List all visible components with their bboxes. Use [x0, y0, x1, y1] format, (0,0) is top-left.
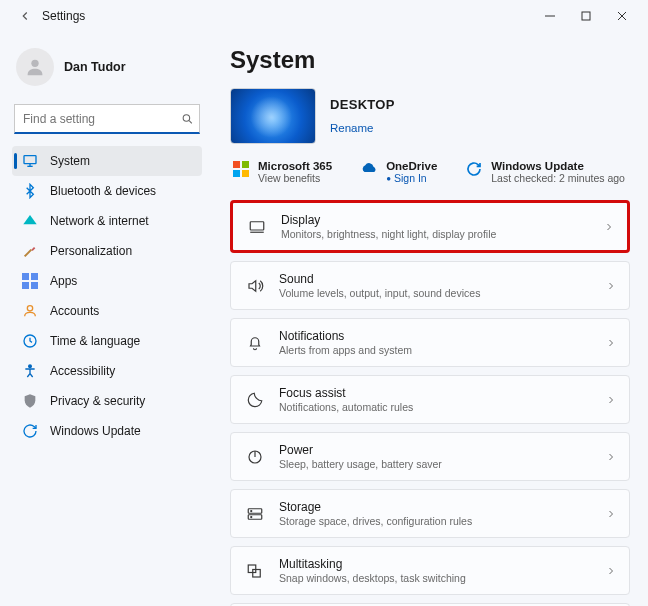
row-subtitle: Storage space, drives, configuration rul… [279, 515, 591, 527]
svg-rect-20 [233, 170, 240, 177]
settings-row-storage[interactable]: StorageStorage space, drives, configurat… [230, 489, 630, 538]
storage-icon [245, 504, 265, 524]
multitasking-icon [245, 561, 265, 581]
profile-name: Dan Tudor [64, 60, 126, 74]
update-icon [22, 423, 38, 439]
sidebar-item-update[interactable]: Windows Update [12, 416, 202, 446]
row-subtitle: Monitors, brightness, night light, displ… [281, 228, 589, 240]
titlebar: Settings [0, 0, 648, 32]
row-subtitle: Notifications, automatic rules [279, 401, 591, 413]
sidebar-item-personalization[interactable]: Personalization [12, 236, 202, 266]
sidebar-item-label: Windows Update [50, 424, 141, 438]
settings-row-sound[interactable]: SoundVolume levels, output, input, sound… [230, 261, 630, 310]
row-title: Notifications [279, 329, 591, 343]
cloud-windows-update[interactable]: Windows Update Last checked: 2 minutes a… [465, 160, 625, 184]
sidebar-item-system[interactable]: System [12, 146, 202, 176]
search-input[interactable] [14, 104, 200, 134]
page-title: System [230, 46, 630, 74]
svg-rect-1 [582, 12, 590, 20]
wifi-icon [22, 213, 38, 229]
close-button[interactable] [604, 2, 640, 30]
sidebar-item-wifi[interactable]: Network & internet [12, 206, 202, 236]
cloud-m365[interactable]: Microsoft 365 View benefits [232, 160, 332, 184]
privacy-icon [22, 393, 38, 409]
settings-row-notifications[interactable]: NotificationsAlerts from apps and system [230, 318, 630, 367]
row-subtitle: Sleep, battery usage, battery saver [279, 458, 591, 470]
sidebar-item-label: Bluetooth & devices [50, 184, 156, 198]
apps-icon [22, 273, 38, 289]
svg-rect-12 [31, 273, 38, 280]
svg-rect-30 [248, 565, 256, 573]
power-icon [245, 447, 265, 467]
settings-row-display[interactable]: DisplayMonitors, brightness, night light… [230, 200, 630, 253]
settings-rows: DisplayMonitors, brightness, night light… [230, 200, 630, 606]
sidebar-item-label: Accessibility [50, 364, 115, 378]
minimize-icon [545, 11, 555, 21]
chevron-right-icon [605, 451, 617, 463]
row-title: Focus assist [279, 386, 591, 400]
rename-link[interactable]: Rename [330, 122, 373, 134]
svg-rect-14 [31, 282, 38, 289]
arrow-left-icon [18, 9, 32, 23]
search-icon [181, 113, 194, 126]
row-title: Storage [279, 500, 591, 514]
bullet-icon: ● [386, 174, 391, 183]
svg-point-29 [251, 516, 252, 517]
row-subtitle: Alerts from apps and system [279, 344, 591, 356]
microsoft-icon [232, 160, 250, 178]
settings-row-multitasking[interactable]: MultitaskingSnap windows, desktops, task… [230, 546, 630, 595]
row-title: Display [281, 213, 589, 227]
accessibility-icon [22, 363, 38, 379]
display-icon [247, 217, 267, 237]
sidebar-item-label: Network & internet [50, 214, 149, 228]
sidebar-item-label: System [50, 154, 90, 168]
wallpaper-thumbnail[interactable] [230, 88, 316, 144]
pc-name: DESKTOP [330, 97, 395, 112]
settings-row-power[interactable]: PowerSleep, battery usage, battery saver [230, 432, 630, 481]
nav-list: SystemBluetooth & devicesNetwork & inter… [12, 146, 202, 446]
sidebar-item-bluetooth[interactable]: Bluetooth & devices [12, 176, 202, 206]
back-button[interactable] [16, 9, 34, 23]
bluetooth-icon [22, 183, 38, 199]
profile[interactable]: Dan Tudor [12, 42, 202, 102]
svg-rect-18 [233, 161, 240, 168]
cloud-m365-sub: View benefits [258, 172, 332, 184]
row-title: Multitasking [279, 557, 591, 571]
chevron-right-icon [605, 565, 617, 577]
sidebar-item-label: Privacy & security [50, 394, 145, 408]
cloud-onedrive-sub[interactable]: Sign In [394, 172, 427, 184]
sidebar-item-label: Time & language [50, 334, 140, 348]
svg-rect-7 [24, 156, 36, 164]
cloud-update-sub: Last checked: 2 minutes ago [491, 172, 625, 184]
update-sync-icon [465, 160, 483, 178]
sidebar-item-accounts[interactable]: Accounts [12, 296, 202, 326]
chevron-right-icon [603, 221, 615, 233]
settings-row-focus-assist[interactable]: Focus assistNotifications, automatic rul… [230, 375, 630, 424]
sidebar-item-label: Personalization [50, 244, 132, 258]
sidebar-item-apps[interactable]: Apps [12, 266, 202, 296]
maximize-button[interactable] [568, 2, 604, 30]
close-icon [617, 11, 627, 21]
row-subtitle: Snap windows, desktops, task switching [279, 572, 591, 584]
main-panel: System DESKTOP Rename Microsoft 365 View… [210, 32, 648, 606]
personalization-icon [22, 243, 38, 259]
chevron-right-icon [605, 337, 617, 349]
sidebar-item-accessibility[interactable]: Accessibility [12, 356, 202, 386]
chevron-right-icon [605, 508, 617, 520]
svg-point-17 [29, 365, 32, 368]
sound-icon [245, 276, 265, 296]
chevron-right-icon [605, 280, 617, 292]
svg-rect-21 [242, 170, 249, 177]
cloud-onedrive[interactable]: OneDrive ●Sign In [360, 160, 437, 184]
search-box[interactable] [14, 104, 200, 134]
svg-rect-31 [253, 569, 261, 577]
sidebar-item-time[interactable]: Time & language [12, 326, 202, 356]
sidebar: Dan Tudor SystemBluetooth & devicesNetwo… [0, 32, 210, 606]
minimize-button[interactable] [532, 2, 568, 30]
svg-line-10 [25, 250, 32, 257]
accounts-icon [22, 303, 38, 319]
sidebar-item-privacy[interactable]: Privacy & security [12, 386, 202, 416]
maximize-icon [581, 11, 591, 21]
svg-rect-13 [22, 282, 29, 289]
sidebar-item-label: Accounts [50, 304, 99, 318]
